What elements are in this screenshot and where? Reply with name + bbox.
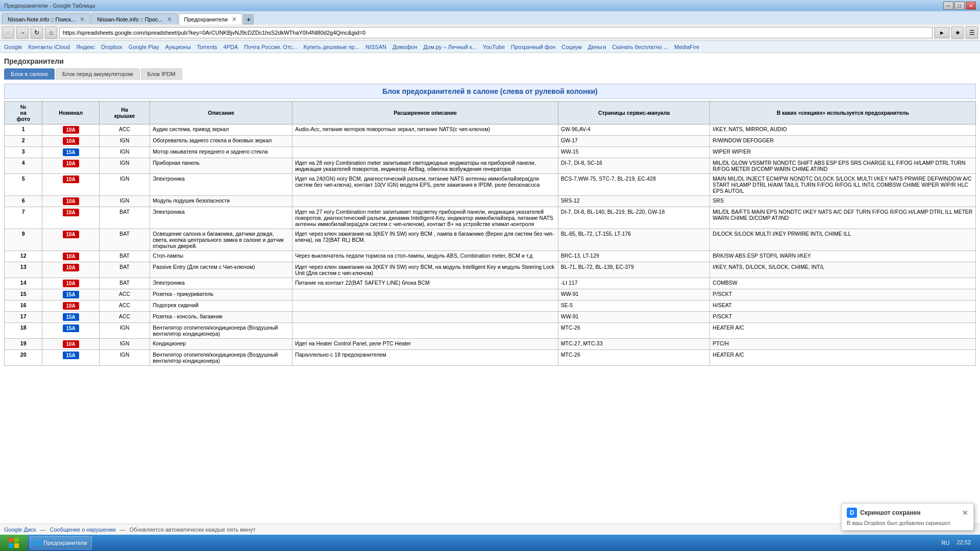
close-button[interactable]: ✕ [966, 2, 976, 10]
bookmark-yandex[interactable]: Яндекс [74, 43, 97, 51]
table-row: 6 10A IGN Модуль подушек безопасности SR… [5, 196, 976, 207]
notification-popup: D Скриншот сохранен ✕ В ваш Dropbox был … [841, 503, 974, 531]
reload-button[interactable]: ↻ [31, 27, 43, 39]
bookmark-dom[interactable]: Дом.ру – Личный к... [422, 43, 479, 51]
minimize-button[interactable]: ─ [943, 2, 953, 10]
cell-cover: IGN [99, 147, 150, 158]
bookmark-domofon[interactable]: Домофон [390, 43, 420, 51]
bookmark-buy[interactable]: Купить дешевые пр... [301, 43, 361, 51]
cell-desc: Вентилятор отопителя/кондиционера (Возду… [150, 323, 292, 339]
bookmark-icloud[interactable]: Контакты iCloud [26, 43, 72, 51]
cell-ext: Идет на 28 ногу Combination meter запиты… [292, 158, 558, 174]
bookmark-download[interactable]: Скачать бесплатно ... [610, 43, 670, 51]
cell-amp: 15A [42, 323, 99, 339]
col-pages: Страницы сервис-мануала [558, 102, 710, 124]
cell-sections: BRK/SW ABS ESP STOP/L WARN I/KEY [710, 251, 976, 262]
sheet-tab-salon[interactable]: Блок в салоне [4, 68, 55, 80]
tab-1-close[interactable]: ✕ [80, 16, 85, 23]
table-row: 2 10A IGN Обогреватель заднего стекла и … [5, 136, 976, 147]
bookmark-pochta[interactable]: Почта России. Отс... [242, 43, 299, 51]
cell-desc: Вентилятор отопителя/кондиционера (Возду… [150, 350, 292, 366]
forward-button[interactable]: → [16, 27, 29, 39]
address-bar: ← → ↻ ⌂ ► ★ ☰ [0, 24, 980, 41]
cell-pages: BCS-7,WW-75, STC-7, BL-219, EC-428 [558, 174, 710, 196]
table-row: 15 15A ACC Розетка - прикуриватель WW-91… [5, 289, 976, 300]
svg-rect-3 [14, 543, 19, 548]
cell-desc: Аудио система, привод зеркал [150, 124, 292, 136]
back-button[interactable]: ← [2, 27, 14, 39]
fuse-badge: 10A [63, 137, 79, 145]
cell-ext [292, 147, 558, 158]
cell-num: 6 [5, 196, 42, 207]
bookmark-google[interactable]: Google [2, 43, 24, 51]
cell-amp: 10A [42, 136, 99, 147]
cell-desc: Освещение салона и багажника, датчики до… [150, 229, 292, 251]
bookmark-nissan[interactable]: NISSAN [363, 43, 388, 51]
url-input[interactable] [59, 27, 933, 38]
cell-num: 20 [5, 350, 42, 366]
bookmark-google-play[interactable]: Google Play [127, 43, 161, 51]
footer-violation[interactable]: Сообщение о нарушении [50, 527, 115, 533]
browser-tab-3[interactable]: Предохранители ✕ [179, 13, 243, 24]
new-tab-button[interactable]: + [243, 14, 254, 24]
bookmark-transparent[interactable]: Прозрачный фон [509, 43, 557, 51]
bookmark-mediafire[interactable]: MediaFire [672, 43, 701, 51]
table-row: 4 10A IGN Приборная панель Идет на 28 но… [5, 158, 976, 174]
menu-button[interactable]: ☰ [966, 27, 978, 39]
cell-cover: IGN [99, 196, 150, 207]
cell-pages: -Lt 117 [558, 278, 710, 289]
cell-sections: MIL/DL GLOW VSSMTR NONDTC SHIFT ABS ESP … [710, 158, 976, 174]
sheet-tab-ipdm[interactable]: Блок IPDM [141, 68, 182, 80]
cell-ext [292, 312, 558, 323]
cell-ext: Параллельно с 18 предохранителем [292, 350, 558, 366]
bookmark-youtube[interactable]: YouTube [481, 43, 507, 51]
tab-2-close[interactable]: ✕ [167, 16, 172, 23]
browser-tab-2[interactable]: Nissan-Note.info :: Прос... ✕ [91, 13, 177, 24]
cell-ext [292, 323, 558, 339]
taskbar-browser[interactable]: 🌐 Предохранители [30, 536, 92, 549]
fuse-badge: 15A [63, 291, 79, 298]
cell-cover: BAT [99, 207, 150, 229]
fuse-badge: 15A [63, 324, 79, 332]
cell-amp: 15A [42, 350, 99, 366]
cell-num: 9 [5, 229, 42, 251]
fuse-badge: 10A [63, 264, 79, 271]
cell-pages: BRC-13, LT-129 [558, 251, 710, 262]
table-row: 1 10A ACC Аудио система, привод зеркал A… [5, 124, 976, 136]
cell-num: 18 [5, 323, 42, 339]
sheet-tab-battery[interactable]: Блок перед аккумулятором [56, 68, 140, 80]
taskbar-browser-icon: 🌐 [34, 540, 41, 546]
fuse-badge: 10A [63, 302, 79, 310]
home-button[interactable]: ⌂ [45, 27, 57, 39]
cell-desc: Электроника [150, 174, 292, 196]
col-nominal: Номинал [42, 102, 99, 124]
notification-icon: D [847, 508, 857, 518]
maximize-button[interactable]: □ [954, 2, 965, 10]
footer: Google Диск — Сообщение о нарушении — Об… [0, 523, 980, 535]
star-button[interactable]: ★ [951, 27, 964, 39]
bookmark-4pda[interactable]: 4PDA [222, 43, 240, 51]
fuse-badge: 15A [63, 148, 79, 156]
bookmark-torrents[interactable]: Torrents [195, 43, 219, 51]
bookmark-money[interactable]: Деньги [586, 43, 608, 51]
start-button[interactable] [0, 535, 28, 551]
col-num: №нафото [5, 102, 42, 124]
sheet-title: Предохранители [4, 57, 976, 65]
notification-close-button[interactable]: ✕ [962, 509, 968, 517]
table-row: 12 10A BAT Стоп-лампы Через выключатель … [5, 251, 976, 262]
cell-amp: 15A [42, 312, 99, 323]
bookmark-socium[interactable]: Социум [559, 43, 583, 51]
cell-pages: DI-7, DI-8, BL-140, BL-219, BL-220, GW-1… [558, 207, 710, 229]
cell-sections: SRS [710, 196, 976, 207]
go-button[interactable]: ► [935, 27, 949, 38]
cell-cover: IGN [99, 174, 150, 196]
cell-amp: 10A [42, 124, 99, 136]
cell-pages: BL-71, BL-72, BL-139, EC-379 [558, 262, 710, 278]
footer-google-disk[interactable]: Google Диск [4, 527, 36, 533]
cell-sections: H/SEAT [710, 300, 976, 312]
tab-3-close[interactable]: ✕ [232, 16, 237, 23]
bookmark-dropbox[interactable]: Dropbox [99, 43, 125, 51]
cell-amp: 10A [42, 196, 99, 207]
browser-tab-1[interactable]: Nissan-Note.info :: Поиск... ✕ [2, 13, 90, 24]
bookmark-auctions[interactable]: Аукционы [163, 43, 193, 51]
